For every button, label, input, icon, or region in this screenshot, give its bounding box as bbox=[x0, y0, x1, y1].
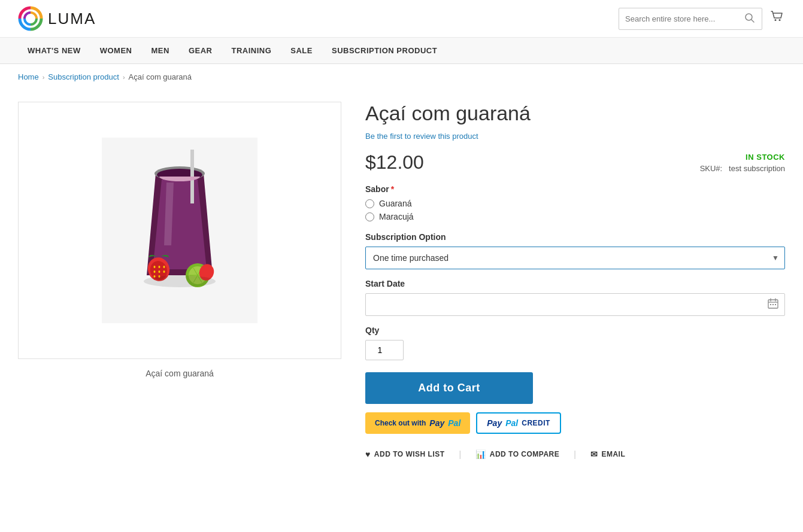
action-links: ♥ ADD TO WISH LIST | 📊 ADD TO COMPARE | … bbox=[365, 449, 785, 459]
image-caption: Açaí com guaraná bbox=[18, 369, 341, 378]
svg-rect-12 bbox=[775, 304, 776, 305]
start-date-section: Start Date bbox=[365, 279, 785, 316]
paypal-credit-pal: Pal bbox=[505, 418, 518, 428]
svg-point-4 bbox=[775, 19, 777, 21]
svg-rect-11 bbox=[772, 304, 774, 305]
breadcrumb-sep-2: › bbox=[123, 74, 125, 81]
subscription-select-wrapper: One time purchased Weekly Monthly ▼ bbox=[365, 247, 785, 269]
add-to-wishlist-link[interactable]: ♥ ADD TO WISH LIST bbox=[365, 449, 445, 459]
product-gallery: Açaí com guaraná bbox=[18, 102, 341, 459]
logo[interactable]: LUMA bbox=[18, 6, 96, 31]
add-to-wishlist-label: ADD TO WISH LIST bbox=[374, 450, 445, 458]
product-title: Açaí com guaraná bbox=[365, 102, 785, 125]
qty-label: Qty bbox=[365, 326, 785, 335]
paypal-checkout-brand: Pay bbox=[429, 418, 444, 428]
sabor-guarana-label: Guaraná bbox=[379, 199, 411, 208]
search-icon bbox=[745, 13, 754, 23]
sabor-option-guarana[interactable]: Guaraná bbox=[365, 199, 785, 208]
email-label: EMAIL bbox=[601, 450, 625, 458]
svg-line-3 bbox=[752, 20, 754, 22]
nav-list: What's New Women Men Gear Training Sale … bbox=[0, 38, 803, 63]
add-to-cart-button[interactable]: Add to Cart bbox=[365, 372, 533, 404]
product-page: Açaí com guaraná Açaí com guaraná Be the… bbox=[0, 90, 803, 483]
product-image-wrapper bbox=[18, 102, 341, 359]
paypal-checkout-brand-pal: Pal bbox=[448, 418, 460, 428]
paypal-credit-pp: Pay bbox=[487, 418, 502, 428]
sabor-section: Sabor* Guaraná Maracujá bbox=[365, 184, 785, 221]
sabor-radio-guarana[interactable] bbox=[365, 199, 374, 208]
svg-rect-10 bbox=[770, 304, 771, 305]
main-nav: What's New Women Men Gear Training Sale … bbox=[0, 38, 803, 64]
breadcrumb: Home › Subscription product › Açaí com g… bbox=[0, 64, 803, 90]
breadcrumb-home[interactable]: Home bbox=[18, 72, 39, 81]
breadcrumb-sep-1: › bbox=[43, 74, 45, 81]
subscription-option-section: Subscription Option One time purchased W… bbox=[365, 232, 785, 269]
subscription-option-label: Subscription Option bbox=[365, 232, 785, 242]
logo-text: LUMA bbox=[48, 10, 96, 28]
search-bar bbox=[619, 8, 762, 30]
svg-point-2 bbox=[746, 14, 752, 20]
email-icon: ✉ bbox=[590, 449, 598, 459]
svg-point-5 bbox=[779, 19, 781, 21]
add-to-compare-label: ADD TO COMPARE bbox=[490, 450, 560, 458]
required-star: * bbox=[391, 184, 394, 194]
date-input-wrapper bbox=[365, 293, 785, 316]
logo-icon bbox=[18, 6, 43, 31]
breadcrumb-current: Açaí com guaraná bbox=[129, 72, 192, 81]
review-link[interactable]: Be the first to review this product bbox=[365, 132, 478, 141]
nav-item-whats-new[interactable]: What's New bbox=[18, 38, 90, 63]
search-button[interactable] bbox=[739, 8, 760, 29]
email-link[interactable]: ✉ EMAIL bbox=[590, 449, 625, 459]
subscription-select[interactable]: One time purchased Weekly Monthly bbox=[365, 247, 785, 269]
product-price: $12.00 bbox=[365, 151, 424, 174]
sku-value: test subscription bbox=[729, 164, 785, 173]
compare-icon: 📊 bbox=[475, 449, 486, 459]
sabor-maracuja-label: Maracujá bbox=[379, 212, 414, 221]
nav-item-training[interactable]: Training bbox=[222, 38, 281, 63]
paypal-credit-label: CREDIT bbox=[522, 419, 550, 427]
stock-sku-row: $12.00 IN STOCK SKU#: test subscription bbox=[365, 151, 785, 174]
heart-icon: ♥ bbox=[365, 449, 371, 459]
sabor-radio-maracuja[interactable] bbox=[365, 212, 374, 221]
sabor-radio-group: Guaraná Maracujá bbox=[365, 199, 785, 221]
paypal-buttons: Check out with PayPal PayPal CREDIT bbox=[365, 412, 785, 434]
start-date-label: Start Date bbox=[365, 279, 785, 288]
breadcrumb-parent[interactable]: Subscription product bbox=[48, 72, 119, 81]
sku-line: SKU#: test subscription bbox=[700, 164, 785, 173]
nav-item-gear[interactable]: Gear bbox=[179, 38, 222, 63]
header-right bbox=[619, 8, 785, 30]
add-to-compare-link[interactable]: 📊 ADD TO COMPARE bbox=[475, 449, 559, 459]
nav-item-subscription[interactable]: Subscription product bbox=[322, 38, 447, 63]
stock-badge: IN STOCK bbox=[700, 153, 785, 162]
paypal-checkout-text: Check out with bbox=[375, 419, 426, 427]
cart-button[interactable] bbox=[769, 9, 785, 28]
header: LUMA bbox=[0, 0, 803, 38]
sabor-label: Sabor* bbox=[365, 184, 785, 194]
cart-icon bbox=[769, 9, 785, 25]
nav-item-women[interactable]: Women bbox=[90, 38, 142, 63]
product-info: Açaí com guaraná Be the first to review … bbox=[365, 102, 785, 459]
nav-item-men[interactable]: Men bbox=[142, 38, 179, 63]
paypal-credit-button[interactable]: PayPal CREDIT bbox=[476, 412, 561, 434]
calendar-icon[interactable] bbox=[767, 297, 779, 312]
sku-label: SKU#: bbox=[700, 164, 723, 173]
product-image bbox=[102, 138, 257, 323]
nav-item-sale[interactable]: Sale bbox=[281, 38, 322, 63]
start-date-input[interactable] bbox=[365, 293, 785, 316]
paypal-checkout-button[interactable]: Check out with PayPal bbox=[365, 412, 470, 434]
sabor-option-maracuja[interactable]: Maracujá bbox=[365, 212, 785, 221]
qty-input[interactable] bbox=[365, 340, 404, 360]
search-input[interactable] bbox=[619, 10, 739, 28]
stock-sku-right: IN STOCK SKU#: test subscription bbox=[700, 153, 785, 173]
qty-section: Qty bbox=[365, 326, 785, 360]
